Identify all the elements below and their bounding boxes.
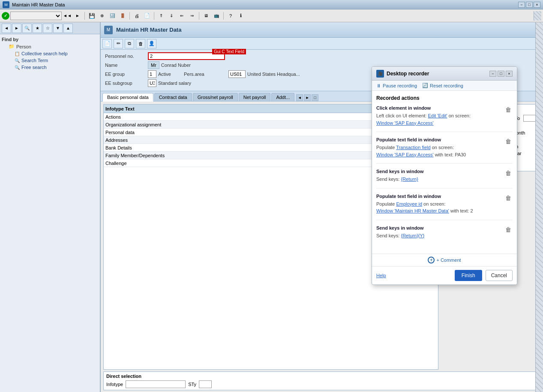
ctrl-btn1[interactable]: ⇑: [156, 11, 166, 21]
action-5-desc: Send keys: {Return}{Y}: [376, 232, 513, 239]
recorder-title: Desktop recorder: [387, 71, 488, 77]
action-2-field-link[interactable]: Transaction field: [396, 145, 430, 150]
person-btn[interactable]: 👤: [147, 39, 156, 48]
reset-recording-btn[interactable]: 🔄 Reset recording: [422, 83, 463, 88]
save-btn[interactable]: 💾: [87, 11, 96, 21]
action-2-screen-link[interactable]: Window 'SAP Easy Access': [376, 152, 434, 157]
tab-gross-net[interactable]: Gross/net payroll: [193, 93, 238, 101]
direct-selection-title: Direct selection: [106, 374, 537, 379]
left-star2[interactable]: ☆: [43, 24, 52, 33]
gui-c-label: Gui C Text Field: [212, 49, 246, 54]
tab-basic-personal[interactable]: Basic personal data: [102, 93, 153, 102]
cancel-button[interactable]: Cancel: [486, 270, 513, 281]
comment-label: + Comment: [436, 257, 461, 263]
title-bar-text: Maintain HR Master Data: [12, 2, 65, 7]
pause-recording-btn[interactable]: ⏸ Pause recording: [376, 83, 417, 88]
tab-expand-btn[interactable]: □: [312, 94, 318, 101]
app-icon: M: [3, 1, 9, 8]
right-scrollbar-decoration: [535, 22, 543, 392]
close-button[interactable]: ×: [534, 2, 540, 8]
add-comment-row: + + Comment: [372, 254, 517, 266]
help-btn[interactable]: ?: [226, 11, 235, 21]
action-3-keys-link[interactable]: {Return}: [401, 177, 418, 182]
left-search[interactable]: 🔍: [22, 24, 32, 33]
action-5-delete-btn[interactable]: 🗑: [504, 225, 513, 234]
tree-item-searchterm[interactable]: 🔍 Search Term: [2, 57, 98, 64]
print2-btn[interactable]: 📄: [142, 11, 152, 21]
edit-btn[interactable]: ✏: [114, 39, 123, 48]
action-item-5: 🗑 Send keys in window Send keys: {Return…: [376, 225, 513, 245]
new-record-btn[interactable]: 📄: [102, 39, 112, 48]
action-4-field-link[interactable]: Employee id: [396, 201, 422, 206]
ctrl-btn2[interactable]: ⇓: [167, 11, 176, 21]
left-nav-back[interactable]: ◄: [2, 24, 11, 33]
recorder-panel: 🎥 Desktop recorder − □ × ⏸ Pause recordi…: [372, 66, 517, 285]
action-item-2: 🗑 Populate text field in window Populate…: [376, 137, 513, 164]
ctrl-btn4[interactable]: ⇒: [187, 11, 197, 21]
action-item-3: 🗑 Send keys in window Send keys: {Return…: [376, 169, 513, 189]
action-4-screen-link[interactable]: Window 'Maintain HR Master Data': [376, 208, 449, 213]
maximize-button[interactable]: □: [526, 2, 533, 8]
tree-item-freesearch[interactable]: 🔍 Free search: [2, 64, 98, 71]
print-btn[interactable]: 🖨: [132, 11, 141, 21]
screen-btn[interactable]: 🖥: [201, 11, 211, 21]
screen2-btn[interactable]: 📺: [212, 11, 221, 21]
ee-subgroup-code[interactable]: [148, 79, 156, 87]
action-3-desc: Send keys: {Return}: [376, 176, 513, 183]
help-link[interactable]: Help: [376, 273, 386, 278]
ctrl-btn3[interactable]: ⇐: [177, 11, 186, 21]
recorder-minimize-btn[interactable]: −: [489, 71, 496, 77]
sap-window-header: M Maintain HR Master Data: [101, 22, 543, 38]
action-1-delete-btn[interactable]: 🗑: [504, 105, 513, 114]
tab-addt[interactable]: Addt...: [271, 93, 294, 101]
minimize-button[interactable]: −: [518, 2, 525, 8]
pers-area-text: United States Headqua...: [247, 72, 300, 77]
nav-back-btn[interactable]: ◄◄: [63, 11, 72, 21]
tree-collective-label: Collective search help: [21, 51, 68, 56]
reset-label: Reset recording: [430, 83, 463, 88]
left-down[interactable]: ▼: [53, 24, 63, 33]
action-3-delete-btn[interactable]: 🗑: [504, 169, 513, 177]
action-2-delete-btn[interactable]: 🗑: [504, 137, 513, 146]
finish-button[interactable]: Finish: [455, 270, 482, 281]
add-comment-btn[interactable]: + + Comment: [428, 257, 461, 263]
shortcut-btn[interactable]: ⊕: [97, 11, 107, 21]
plus-circle-icon: +: [428, 257, 435, 263]
transaction-combo[interactable]: [10, 12, 62, 20]
tab-contract[interactable]: Contract data: [154, 93, 192, 101]
tab-next-btn[interactable]: ►: [304, 94, 311, 101]
ee-group-text: Active: [158, 72, 171, 77]
action-item-4: 🗑 Populate text field in window Populate…: [376, 194, 513, 220]
left-panel-toolbar: ◄ ► 🔍 ★ ☆ ▼ ▲: [0, 22, 100, 34]
delete-btn[interactable]: 🗑: [136, 39, 145, 48]
recorder-icon: 🎥: [376, 70, 384, 78]
recorder-header: 🎥 Desktop recorder − □ ×: [372, 67, 517, 81]
nav-fwd-btn[interactable]: ►: [73, 11, 82, 21]
left-nav-fwd[interactable]: ►: [12, 24, 21, 33]
action-1-element-link[interactable]: Edit 'Edit': [428, 113, 447, 118]
tab-net-payroll[interactable]: Net payroll: [239, 93, 271, 101]
tree-item-collective[interactable]: 📋 Collective search help: [2, 50, 98, 57]
action-4-delete-btn[interactable]: 🗑: [504, 194, 513, 202]
sub-icon3: 🔍: [15, 65, 20, 70]
tree-area: Find by 📁 Person 📋 Collective search hel…: [0, 34, 100, 72]
sty-field[interactable]: [199, 380, 212, 388]
tree-item-person[interactable]: 📁 Person: [2, 43, 98, 50]
ee-subgroup-label: EE subgroup: [105, 81, 148, 86]
infotype-field[interactable]: [126, 380, 186, 388]
exit-btn[interactable]: 🚪: [118, 11, 127, 21]
action-5-keys-link[interactable]: {Return}{Y}: [401, 233, 424, 238]
tab-prev-btn[interactable]: ◄: [296, 94, 303, 101]
ee-group-code[interactable]: [148, 70, 156, 78]
info-btn[interactable]: ℹ: [236, 11, 246, 21]
left-up[interactable]: ▲: [63, 24, 73, 33]
sty-label: STy: [188, 382, 196, 387]
copy-btn[interactable]: ⧉: [125, 39, 134, 48]
direct-selection-row: Infotype STy: [106, 380, 537, 388]
recorder-maximize-btn[interactable]: □: [498, 71, 504, 77]
recorder-close-btn[interactable]: ×: [506, 71, 513, 77]
pers-area-code[interactable]: [228, 70, 246, 78]
left-star[interactable]: ★: [33, 24, 42, 33]
action-1-screen-link[interactable]: Window 'SAP Easy Access': [376, 120, 434, 126]
back-btn2[interactable]: 🔙: [108, 11, 117, 21]
